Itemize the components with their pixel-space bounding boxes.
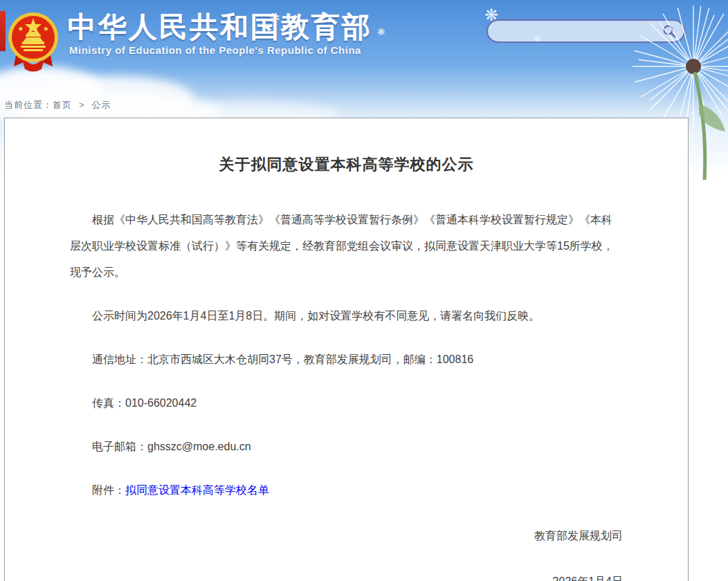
page: ❋ ❋ ❋ ❋ 中华人民共和国教育 xyxy=(0,0,728,581)
breadcrumb-current-link[interactable]: 公示 xyxy=(92,100,111,110)
paragraph-email: 电子邮箱：ghsszc@moe.edu.cn xyxy=(70,434,623,460)
breadcrumb-separator: > xyxy=(79,100,85,110)
breadcrumb: 当前位置：首页>公示 xyxy=(4,99,111,111)
paragraph-period: 公示时间为2026年1月4日至1月8日。期间，如对设置学校有不同意见，请署名向我… xyxy=(70,303,623,329)
notice-article: 关于拟同意设置本科高等学校的公示 根据《中华人民共和国高等教育法》《普通高等学校… xyxy=(5,118,688,581)
signature-date: 2026年1月4日 xyxy=(70,569,623,581)
dandelion-seed-icon: ❋ xyxy=(376,26,386,38)
breadcrumb-home-link[interactable]: 首页 xyxy=(53,100,72,110)
paragraph-fax: 传真：010-66020442 xyxy=(70,390,623,416)
paragraph-basis: 根据《中华人民共和国高等教育法》《普通高等学校设置暂行条例》《普通本科学校设置暂… xyxy=(70,207,623,286)
site-title: 中华人民共和国教育部 xyxy=(68,8,372,46)
attachment-label: 附件： xyxy=(92,484,125,496)
left-edge-red-banner xyxy=(0,11,6,51)
paragraph-address: 通信地址：北京市西城区大木仓胡同37号，教育部发展规划司，邮编：100816 xyxy=(70,347,623,373)
content-panel: 关于拟同意设置本科高等学校的公示 根据《中华人民共和国高等教育法》《普通高等学校… xyxy=(4,118,689,581)
signature-department: 教育部发展规划司 xyxy=(70,523,623,549)
attachment-line: 附件：拟同意设置本科高等学校名单 xyxy=(70,477,623,504)
national-emblem-icon xyxy=(7,8,60,75)
page-title: 关于拟同意设置本科高等学校的公示 xyxy=(70,154,623,175)
breadcrumb-label: 当前位置： xyxy=(4,100,53,110)
attachment-link[interactable]: 拟同意设置本科高等学校名单 xyxy=(125,484,269,496)
site-subtitle: Ministry of Education of the People's Re… xyxy=(69,44,361,56)
